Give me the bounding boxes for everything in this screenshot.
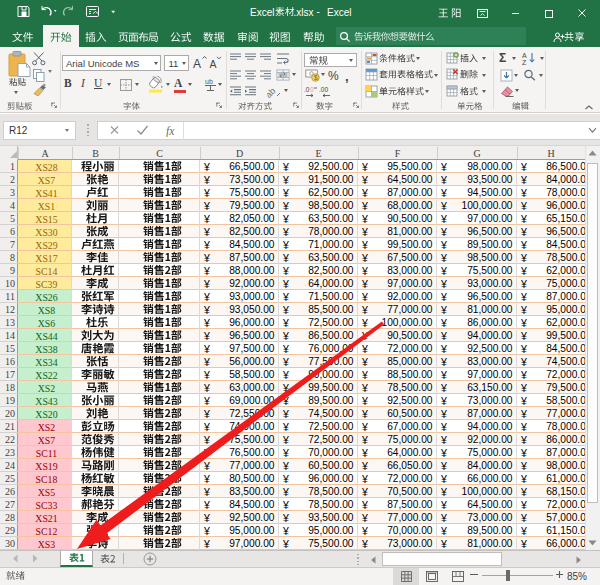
svg-text:A: A (210, 58, 217, 70)
svg-text:.0: .0 (304, 86, 310, 93)
svg-text:Z: Z (522, 59, 527, 66)
svg-text:.00: .00 (319, 86, 328, 93)
svg-text:0: 0 (310, 86, 314, 93)
svg-text:ab: ab (267, 86, 277, 98)
svg-text:A: A (522, 52, 527, 59)
svg-text:$: $ (314, 74, 318, 81)
svg-text:fx: fx (166, 125, 175, 137)
svg-text:ub: ub (205, 78, 213, 85)
svg-text:A: A (193, 57, 201, 71)
